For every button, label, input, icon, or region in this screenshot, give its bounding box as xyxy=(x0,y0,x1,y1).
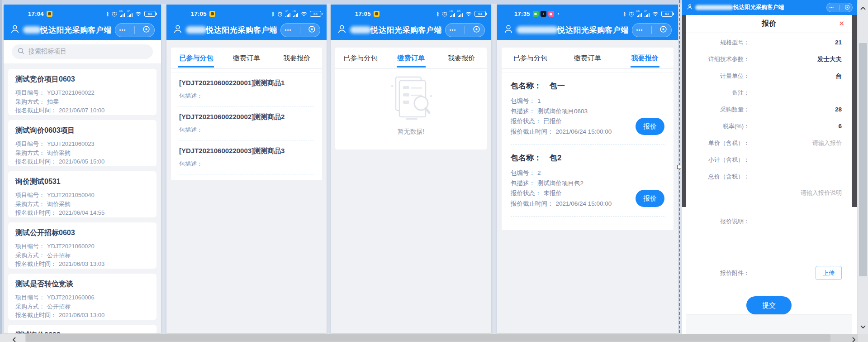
window-left-edge xyxy=(0,0,2,342)
alarm-clock-icon xyxy=(629,11,634,17)
project-card[interactable]: 测试公开招标0603 项目编号：YDJT2021060020 采购方式：公开招标… xyxy=(8,222,157,269)
project-card[interactable]: 测试询价0603项目 项目编号：YDJT2021060023 采购方式：询价采购… xyxy=(8,120,157,166)
more-button[interactable]: ••• xyxy=(636,28,643,33)
title-row: 悦达阳光采购客户端 ••• xyxy=(9,20,156,40)
minimize-target-button[interactable] xyxy=(142,25,150,35)
wifi-icon xyxy=(301,11,307,16)
project-title: 测试询价0603项目 xyxy=(15,126,149,135)
status-bar: 17:05 ᛒ HD HD 64 xyxy=(336,8,486,20)
capsule-menu[interactable]: ••• xyxy=(826,3,853,12)
scroll-down-button[interactable] xyxy=(860,322,866,330)
form-row-description: 报价说明： xyxy=(686,217,852,226)
package-desc-label: 包描述： xyxy=(179,126,314,134)
quote-description-placeholder[interactable]: 请输入报价说明 xyxy=(686,185,852,199)
project-title: 询价测试0531 xyxy=(15,177,149,187)
app-header: 悦达阳光采购客户端 ••• xyxy=(682,0,857,15)
bluetooth-icon: ᛒ xyxy=(623,11,626,17)
vertical-scrollbar[interactable] xyxy=(858,0,868,334)
tab-my-quotes[interactable]: 我要报价 xyxy=(436,48,487,68)
scroll-left-button[interactable] xyxy=(13,336,16,342)
package-name: 包一 xyxy=(550,81,565,91)
tab-participated[interactable]: 已参与分包 xyxy=(502,48,559,68)
project-title: 测试是否转位竞谈 xyxy=(15,279,149,289)
selection-resize-handle[interactable] xyxy=(677,165,681,169)
submit-button[interactable]: 提交 xyxy=(746,296,792,314)
bluetooth-icon: ᛒ xyxy=(436,11,439,17)
capsule-divider xyxy=(839,5,840,10)
close-icon[interactable]: ✕ xyxy=(839,19,844,28)
tab-my-quotes[interactable]: 我要报价 xyxy=(616,48,674,68)
more-button[interactable]: ••• xyxy=(285,28,292,33)
bluetooth-icon: ᛒ xyxy=(271,11,275,17)
alarm-clock-icon xyxy=(112,11,117,17)
app-title: 悦达阳光采购客户端 xyxy=(558,25,629,35)
censored-username xyxy=(23,26,41,34)
upload-button[interactable]: 上传 xyxy=(816,266,842,280)
status-time: 17:35 xyxy=(514,10,530,17)
form-row-remark: 备注： xyxy=(686,84,852,101)
notification-badge-icon xyxy=(374,11,379,17)
scrollbar-corner xyxy=(858,334,868,342)
tab-my-quotes[interactable]: 我要报价 xyxy=(272,48,322,68)
screenshot-viewer-canvas: { "app": { "title": "悦达阳光采购客户端", "capsul… xyxy=(0,0,868,342)
app-header: 17:35 ♪ ᛒ HD HD 63 悦达阳光采购客户端 ••• xyxy=(497,5,678,40)
horizontal-scrollbar[interactable] xyxy=(0,334,868,342)
description-textarea[interactable] xyxy=(686,226,852,265)
minimize-target-button[interactable] xyxy=(844,4,850,12)
project-card[interactable]: 测试是否转位竞谈 项目编号：YDJT2021060006 采购方式：公开招标 报… xyxy=(8,274,157,320)
selection-dashed-border xyxy=(679,0,680,342)
tab-payment-orders[interactable]: 缴费订单 xyxy=(386,48,436,68)
form-row-subtotal: 小计（含税）： xyxy=(686,151,852,168)
form-row-total: 总价（含税）： xyxy=(686,168,852,185)
more-button[interactable]: ••• xyxy=(119,28,126,33)
quote-package-item[interactable]: 包名称：包2 包编号：2 包描述：测试询价项目包2 报价状态：未报价 报价截止时… xyxy=(511,145,664,217)
cell-signal-icon-2: HD xyxy=(293,11,298,17)
package-list-item[interactable]: [YDJT20210600220003]测测商品3 包描述： xyxy=(179,140,314,174)
scroll-up-button[interactable] xyxy=(860,4,866,12)
minimize-target-button[interactable] xyxy=(473,25,480,35)
capsule-divider xyxy=(465,26,465,34)
modal-title: 报价 ✕ xyxy=(686,15,852,33)
more-button[interactable]: ••• xyxy=(829,6,834,9)
package-list-item[interactable]: [YDJT20210600220001]测测商品1 包描述： xyxy=(179,72,314,106)
unit-price-placeholder[interactable]: 请输入报价 xyxy=(812,139,842,147)
package-title: [YDJT20210600220003]测测商品3 xyxy=(179,147,314,155)
minimize-target-button[interactable] xyxy=(659,25,667,35)
package-list-item[interactable]: [YDJT20210600220002]测测商品2 包描述： xyxy=(179,106,314,140)
quote-button[interactable]: 报价 xyxy=(636,118,664,135)
search-section: 搜索招标项目 xyxy=(4,40,161,63)
status-icons: ᛒ HD HD 63 xyxy=(623,11,673,17)
quote-button[interactable]: 报价 xyxy=(636,190,664,207)
search-input[interactable]: 搜索招标项目 xyxy=(12,44,153,59)
quote-package-item[interactable]: 包名称：包一 包编号：1 包描述：测试询价项目0603 报价状态：已报价 报价截… xyxy=(511,72,664,145)
minimize-target-button[interactable] xyxy=(308,25,316,35)
bluetooth-icon: ᛒ xyxy=(106,11,109,17)
capsule-menu[interactable]: ••• xyxy=(115,23,155,37)
vertical-scrollbar-thumb[interactable] xyxy=(859,43,867,276)
scroll-right-button[interactable] xyxy=(852,336,855,342)
tab-participated[interactable]: 已参与分包 xyxy=(335,48,386,68)
tab-participated[interactable]: 已参与分包 xyxy=(171,48,221,68)
form-row-unit-price[interactable]: 单价（含税）：请输入报价 xyxy=(686,135,852,151)
capsule-menu[interactable]: ••• xyxy=(632,23,672,37)
status-time: 17:04 xyxy=(28,10,44,17)
horizontal-scrollbar-thumb[interactable] xyxy=(26,334,830,342)
app-title: 悦达阳光采购客户端 xyxy=(206,25,278,35)
project-card[interactable]: 测试竞价项目0603 项目编号：YDJT2021060022 采购方式：拍卖 报… xyxy=(8,69,157,115)
project-title: 测试公开招标0603 xyxy=(15,228,149,238)
tab-payment-orders[interactable]: 缴费订单 xyxy=(559,48,617,68)
capsule-menu[interactable]: ••• xyxy=(445,23,485,37)
more-button[interactable]: ••• xyxy=(450,28,456,33)
wifi-icon xyxy=(135,11,142,16)
project-card[interactable]: 测试询价0603 xyxy=(8,325,157,333)
status-bar: 17:35 ♪ ᛒ HD HD 63 xyxy=(503,8,673,20)
running-app-icons: ♪ xyxy=(533,11,559,17)
status-bar: 17:04 ᛒ HD HD 64 xyxy=(9,8,156,20)
form-row-spec: 规格型号：21 xyxy=(686,34,852,51)
project-card[interactable]: 询价测试0531 项目编号：YDJT2021050040 采购方式：询价采购 报… xyxy=(8,171,157,217)
app-title: 悦达阳光采购客户端 xyxy=(41,25,112,35)
notification-badge-icon xyxy=(47,11,52,17)
tab-payment-orders[interactable]: 缴费订单 xyxy=(221,48,271,68)
status-icons: ᛒ HD HD 64 xyxy=(271,11,321,17)
capsule-menu[interactable]: ••• xyxy=(280,23,320,37)
